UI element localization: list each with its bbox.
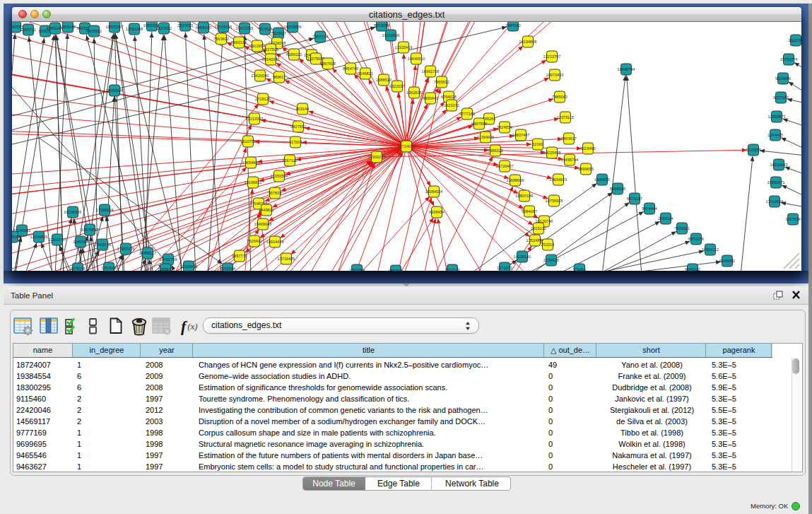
- svg-text:1672269: 1672269: [349, 268, 365, 271]
- svg-text:3215955: 3215955: [746, 148, 761, 152]
- svg-text:9474444: 9474444: [642, 206, 657, 211]
- svg-text:9457771: 9457771: [232, 254, 247, 258]
- svg-text:1350514: 1350514: [101, 266, 117, 270]
- svg-text:10807487: 10807487: [512, 133, 530, 137]
- svg-text:1112705: 1112705: [789, 38, 801, 42]
- svg-text:12213767: 12213767: [543, 54, 561, 59]
- svg-text:9777169: 9777169: [459, 112, 475, 116]
- svg-text:13325419: 13325419: [395, 45, 413, 49]
- svg-text:10756928: 10756928: [546, 199, 563, 203]
- svg-text:1167534: 1167534: [785, 217, 800, 221]
- svg-text:1733426: 1733426: [543, 258, 559, 262]
- svg-text:20206555: 20206555: [64, 210, 82, 214]
- svg-text:9245652: 9245652: [719, 259, 735, 263]
- svg-text:7485063: 7485063: [552, 95, 567, 99]
- svg-text:9327509: 9327509: [263, 47, 278, 52]
- svg-text:23420046: 23420046: [252, 74, 269, 78]
- svg-text:8454749: 8454749: [343, 66, 358, 71]
- svg-text:1772270: 1772270: [445, 268, 460, 271]
- svg-text:14136141: 14136141: [514, 255, 531, 259]
- svg-text:9329966: 9329966: [775, 76, 791, 81]
- svg-text:7663822: 7663822: [213, 37, 229, 41]
- svg-text:16640910: 16640910: [408, 57, 425, 61]
- svg-text:19495794: 19495794: [561, 158, 579, 162]
- svg-text:15720407: 15720407: [496, 164, 514, 168]
- svg-text:10688609: 10688609: [507, 178, 524, 182]
- svg-text:10719155: 10719155: [215, 25, 233, 29]
- svg-text:2487682: 2487682: [505, 23, 521, 28]
- svg-text:1621072: 1621072: [444, 103, 459, 107]
- svg-text:7357274: 7357274: [312, 35, 328, 39]
- svg-text:16961758: 16961758: [422, 69, 440, 74]
- svg-text:1527602: 1527602: [156, 26, 172, 30]
- svg-text:10654112: 10654112: [702, 247, 719, 252]
- svg-text:16543382: 16543382: [262, 57, 280, 62]
- svg-text:(x): (x): [187, 321, 198, 332]
- svg-text:18724007: 18724007: [398, 144, 416, 148]
- svg-text:7986322: 7986322: [488, 148, 503, 153]
- svg-text:9338454: 9338454: [429, 210, 445, 214]
- svg-text:417004: 417004: [289, 140, 302, 144]
- svg-text:6879197: 6879197: [627, 197, 642, 201]
- svg-text:16210643: 16210643: [770, 163, 788, 167]
- svg-text:16033809: 16033809: [284, 25, 302, 29]
- svg-text:1610755: 1610755: [240, 139, 256, 144]
- svg-text:19654923: 19654923: [550, 177, 567, 182]
- svg-text:9699695: 9699695: [578, 167, 594, 171]
- svg-text:2527603: 2527603: [177, 23, 193, 28]
- svg-text:972451: 972451: [573, 267, 587, 271]
- svg-text:6497568: 6497568: [471, 122, 487, 126]
- svg-text:1615132: 1615132: [531, 226, 546, 230]
- svg-text:10958117: 10958117: [139, 251, 156, 255]
- svg-text:1244415: 1244415: [767, 133, 783, 137]
- svg-text:9427552: 9427552: [290, 124, 306, 129]
- svg-text:12323446: 12323446: [180, 264, 198, 269]
- svg-text:12156829: 12156829: [30, 235, 48, 239]
- svg-text:17957225: 17957225: [117, 247, 135, 251]
- svg-text:3449822: 3449822: [259, 208, 274, 212]
- svg-text:10782759: 10782759: [160, 257, 177, 262]
- svg-text:9463627: 9463627: [561, 136, 577, 141]
- svg-text:11353594: 11353594: [271, 174, 288, 178]
- svg-text:29053346: 29053346: [106, 88, 124, 93]
- svg-text:7435592: 7435592: [86, 29, 102, 33]
- svg-text:9146821: 9146821: [358, 71, 373, 76]
- svg-text:8471676: 8471676: [688, 237, 704, 241]
- svg-text:12342757: 12342757: [49, 238, 66, 242]
- svg-text:3267110: 3267110: [282, 158, 297, 163]
- svg-text:1640955: 1640955: [594, 177, 610, 182]
- svg-text:2055721: 2055721: [20, 28, 36, 32]
- svg-text:19166822: 19166822: [245, 180, 262, 185]
- svg-text:1362615: 1362615: [406, 90, 422, 95]
- svg-text:7632621: 7632621: [674, 226, 690, 230]
- svg-text:12213363: 12213363: [246, 117, 264, 121]
- svg-text:1672272: 1672272: [497, 266, 512, 270]
- svg-text:9245012: 9245012: [685, 267, 700, 271]
- svg-text:557833: 557833: [269, 191, 282, 195]
- svg-text:1145194: 1145194: [73, 240, 88, 244]
- svg-text:3624554: 3624554: [497, 125, 512, 129]
- svg-text:15751074: 15751074: [780, 57, 798, 62]
- svg-text:989617: 989617: [273, 75, 286, 79]
- svg-text:8186323: 8186323: [286, 52, 302, 57]
- svg-text:9227343: 9227343: [773, 95, 789, 100]
- svg-text:12375115: 12375115: [557, 115, 574, 119]
- svg-text:6466160: 6466160: [196, 25, 211, 30]
- svg-text:1078275: 1078275: [70, 267, 86, 271]
- svg-text:18807249: 18807249: [516, 194, 534, 198]
- svg-text:6322037: 6322037: [389, 84, 405, 88]
- svg-text:2935114: 2935114: [658, 216, 673, 221]
- svg-text:7515527: 7515527: [271, 31, 286, 35]
- svg-text:17010504: 17010504: [766, 199, 784, 204]
- svg-text:19654985: 19654985: [242, 160, 260, 165]
- svg-text:1292344: 1292344: [220, 267, 235, 271]
- svg-text:19218506: 19218506: [382, 33, 400, 37]
- svg-text:15692971: 15692971: [767, 180, 785, 185]
- svg-text:10973493: 10973493: [546, 73, 564, 77]
- svg-text:2967608: 2967608: [320, 62, 336, 66]
- svg-text:13275045: 13275045: [307, 57, 325, 61]
- svg-text:1872271: 1872271: [388, 269, 404, 271]
- svg-text:1095812: 1095812: [158, 267, 173, 271]
- svg-text:16914479: 16914479: [266, 240, 284, 244]
- svg-text:6794028: 6794028: [441, 95, 457, 99]
